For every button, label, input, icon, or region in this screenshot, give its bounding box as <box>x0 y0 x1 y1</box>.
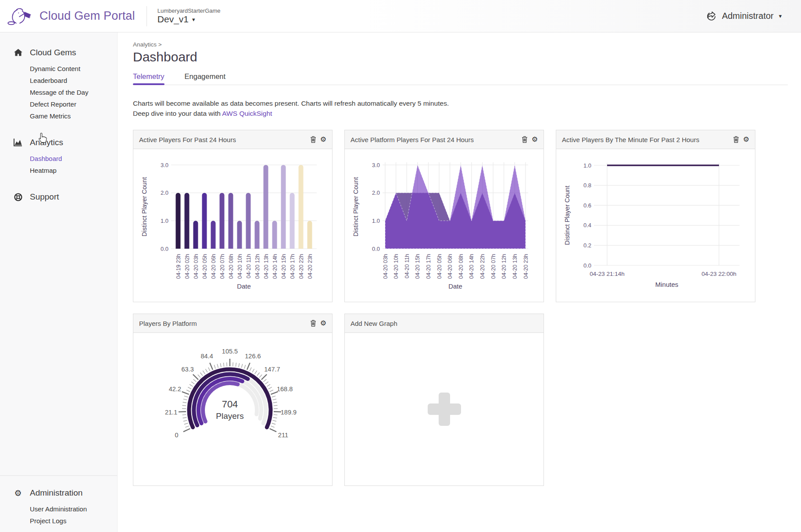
gear-icon[interactable]: ⚙ <box>532 136 538 143</box>
sidebar-item-leaderboard[interactable]: Leaderboard <box>0 75 117 86</box>
svg-text:0.0: 0.0 <box>583 262 591 269</box>
trash-icon[interactable] <box>733 136 739 143</box>
svg-text:04-20 23h: 04-20 23h <box>523 254 529 279</box>
sidebar-item-project-logs[interactable]: Project Logs <box>0 515 117 527</box>
sidebar-section-cloud-gems: Cloud GemsDynamic ContentLeaderboardMess… <box>0 45 117 122</box>
bar-chart-svg: 0.01.02.03.004-19 23h04-20 02h04-20 03h0… <box>133 149 331 302</box>
breadcrumb[interactable]: Analytics > <box>133 41 162 48</box>
main-content: Analytics > Dashboard TelemetryEngagemen… <box>117 41 801 486</box>
notice-line2: Deep dive into your data with AWS QuickS… <box>133 108 788 118</box>
svg-text:04-20 13h: 04-20 13h <box>512 254 518 279</box>
chart-card-active-players-by-the-minute-for-past-2-hours: Active Players By The Minute For Past 2 … <box>556 130 755 302</box>
trash-icon[interactable] <box>310 320 316 327</box>
card-header: Active Players For Past 24 Hours⚙ <box>133 130 332 149</box>
svg-text:04-20 10h: 04-20 10h <box>393 254 399 279</box>
lifebuoy-icon <box>13 193 23 201</box>
svg-text:2.0: 2.0 <box>161 189 168 196</box>
svg-text:04-20 13h: 04-20 13h <box>263 254 269 279</box>
sidebar-item-dashboard[interactable]: Dashboard <box>0 153 117 164</box>
sidebar-item-cloud-gems[interactable]: Cloud Gems <box>0 45 117 60</box>
svg-text:168.8: 168.8 <box>277 386 293 393</box>
card-title: Add New Graph <box>350 320 397 327</box>
sidebar-section-administration: ⚙AdministrationUser AdministrationProjec… <box>0 486 117 527</box>
svg-text:3.0: 3.0 <box>372 162 380 168</box>
svg-text:42.2: 42.2 <box>169 386 181 393</box>
card-body: 021.142.263.384.4105.5126.6147.7168.8189… <box>133 333 332 486</box>
sidebar-item-heatmap[interactable]: Heatmap <box>0 164 117 176</box>
card-body: 0.01.02.03.004-20 03h04-20 10h04-20 11h0… <box>345 149 544 302</box>
sidebar-section-label: Cloud Gems <box>30 48 76 57</box>
card-header: Add New Graph <box>345 314 544 333</box>
svg-text:04-23 22:00h: 04-23 22:00h <box>701 271 737 277</box>
svg-text:04-20 23h: 04-20 23h <box>307 254 313 279</box>
tab-telemetry[interactable]: Telemetry <box>133 72 164 85</box>
svg-text:3.0: 3.0 <box>161 162 168 168</box>
chevron-down-icon: ▾ <box>779 13 782 19</box>
sidebar-item-message-of-the-day[interactable]: Message of the Day <box>0 86 117 98</box>
svg-text:04-20 11h: 04-20 11h <box>246 254 252 278</box>
svg-text:126.6: 126.6 <box>245 353 261 360</box>
svg-text:105.5: 105.5 <box>222 348 238 355</box>
svg-text:04-23 21:14h: 04-23 21:14h <box>590 271 625 277</box>
svg-text:0.2: 0.2 <box>583 242 591 249</box>
trash-icon[interactable] <box>310 136 316 143</box>
logo[interactable]: Cloud Gem Portal <box>0 4 135 28</box>
sidebar-section-label: Analytics <box>30 138 63 147</box>
tab-engagement[interactable]: Engagement <box>185 72 226 85</box>
svg-text:704: 704 <box>222 399 238 410</box>
share-icon[interactable] <box>706 11 717 21</box>
deployment-selector[interactable]: LumberyardStarterGame Dev_v1 ▾ <box>147 6 221 26</box>
svg-text:04-20 11h: 04-20 11h <box>404 254 410 278</box>
card-title: Players By Platform <box>139 320 197 327</box>
svg-text:Distinct Player Count: Distinct Player Count <box>141 177 148 236</box>
svg-text:1.0: 1.0 <box>372 218 380 224</box>
project-name: LumberyardStarterGame <box>157 7 221 14</box>
area-chart-svg: 0.01.02.03.004-20 03h04-20 10h04-20 11h0… <box>345 149 543 302</box>
add-new-graph-body[interactable] <box>345 333 544 486</box>
gear-icon[interactable]: ⚙ <box>320 320 326 327</box>
svg-text:04-20 10h: 04-20 10h <box>237 254 243 279</box>
sidebar-item-user-administration[interactable]: User Administration <box>0 503 117 515</box>
card-header: Active Players By The Minute For Past 2 … <box>556 130 755 149</box>
sidebar-item-defect-reporter[interactable]: Defect Reporter <box>0 98 117 110</box>
sidebar-item-support[interactable]: Support <box>0 189 117 204</box>
svg-text:04-20 17h: 04-20 17h <box>290 254 296 279</box>
svg-text:Minutes: Minutes <box>655 281 679 288</box>
trash-icon[interactable] <box>522 136 528 143</box>
svg-text:04-20 08h: 04-20 08h <box>228 254 234 279</box>
sidebar-item-game-metrics[interactable]: Game Metrics <box>0 110 117 122</box>
card-header: Players By Platform⚙ <box>133 314 332 333</box>
svg-text:04-20 12h: 04-20 12h <box>254 254 261 279</box>
svg-text:Distinct Player Count: Distinct Player Count <box>564 186 571 245</box>
aws-quicksight-link[interactable]: AWS QuickSight <box>222 110 272 117</box>
svg-text:04-20 14h: 04-20 14h <box>468 254 475 279</box>
sidebar-item-administration[interactable]: ⚙Administration <box>0 486 117 500</box>
gear-icon: ⚙ <box>13 489 23 497</box>
app-title: Cloud Gem Portal <box>39 9 135 23</box>
svg-text:0.0: 0.0 <box>372 246 380 252</box>
card-body: 0.01.02.03.004-19 23h04-20 02h04-20 03h0… <box>133 149 332 302</box>
chart-card-add-new-graph: Add New Graph <box>344 314 544 486</box>
gear-icon[interactable]: ⚙ <box>320 136 326 143</box>
sidebar-item-analytics[interactable]: Analytics <box>0 135 117 150</box>
card-title: Active Platform Players For Past 24 Hour… <box>350 136 474 143</box>
gear-icon[interactable]: ⚙ <box>743 136 749 143</box>
sidebar-subitems: User AdministrationProject Logs <box>0 503 117 527</box>
analytics-icon <box>13 139 23 146</box>
sidebar-subitems: Dynamic ContentLeaderboardMessage of the… <box>0 63 117 122</box>
svg-text:21.1: 21.1 <box>165 409 177 416</box>
notice-text: Charts will become available as data bec… <box>133 98 788 118</box>
home-icon <box>13 49 23 57</box>
card-title: Active Players By The Minute For Past 2 … <box>562 136 699 143</box>
svg-text:04-20 07h: 04-20 07h <box>490 254 497 279</box>
notice-line1: Charts will become available as data bec… <box>133 98 788 108</box>
sidebar-item-dynamic-content[interactable]: Dynamic Content <box>0 63 117 75</box>
user-menu[interactable]: Administrator <box>722 11 774 21</box>
sidebar-section-label: Administration <box>30 488 82 498</box>
svg-text:2.0: 2.0 <box>372 189 380 196</box>
sidebar-bottom-sections: ⚙AdministrationUser AdministrationProjec… <box>0 475 117 532</box>
svg-text:04-20 03h: 04-20 03h <box>193 254 199 279</box>
dashboard-cards-grid: Active Players For Past 24 Hours⚙0.01.02… <box>133 130 788 486</box>
card-actions: ⚙ <box>733 136 749 143</box>
svg-text:04-20 15h: 04-20 15h <box>415 254 421 279</box>
